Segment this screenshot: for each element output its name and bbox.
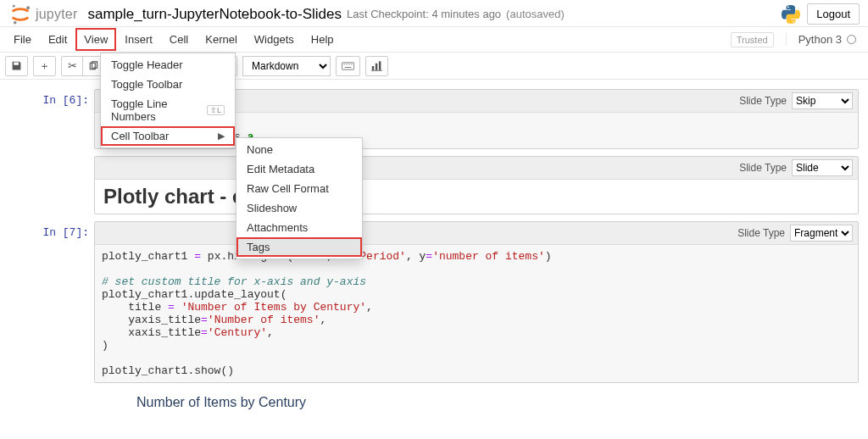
slide-type-label: Slide Type [739, 162, 787, 174]
submenu-none[interactable]: None [236, 140, 362, 159]
slide-type-select[interactable]: Fragment [790, 225, 853, 242]
menu-kernel[interactable]: Kernel [197, 28, 246, 51]
markdown-heading: Plotly chart - ex [103, 185, 849, 208]
menu-toggle-line-numbers[interactable]: Toggle Line Numbers ⇧L [101, 94, 235, 126]
svg-rect-13 [372, 66, 374, 70]
chart-button[interactable] [365, 56, 388, 76]
menu-help[interactable]: Help [303, 28, 342, 51]
menu-view[interactable]: View [75, 28, 116, 51]
svg-rect-14 [376, 63, 377, 69]
menu-toggle-toolbar[interactable]: Toggle Toolbar [101, 75, 235, 94]
submenu-edit-metadata[interactable]: Edit Metadata [236, 159, 362, 179]
input-area[interactable]: Slide Type Fragment plotly_chart1 = px.h… [94, 221, 859, 383]
svg-point-0 [13, 4, 15, 7]
cut-icon: ✂ [68, 59, 77, 72]
menubar: File Edit View Insert Cell Kernel Widget… [0, 27, 868, 53]
plus-icon: ＋ [39, 58, 50, 74]
code-editor[interactable]: plotly_chart1 = px.histogram(data2, x='P… [95, 245, 858, 382]
header: jupyter sample_turn-JupyterNotebook-to-S… [0, 0, 868, 27]
save-icon [11, 60, 22, 71]
submenu-tags[interactable]: Tags [236, 237, 362, 257]
notebook-title[interactable]: sample_turn-JupyterNotebook-to-Slides [87, 6, 342, 23]
cell-type-select[interactable]: Markdown [242, 56, 331, 76]
menu-cell-toolbar[interactable]: Cell Toolbar ▶ [101, 126, 235, 146]
kernel-status-icon [847, 35, 856, 44]
rendered-markdown: Plotly chart - ex [95, 180, 858, 214]
command-palette-button[interactable] [336, 56, 360, 76]
python-icon [782, 5, 800, 24]
bar-chart-icon [371, 61, 382, 71]
menu-cell[interactable]: Cell [161, 28, 197, 51]
slide-type-select[interactable]: Skip [792, 92, 853, 109]
svg-rect-15 [379, 61, 381, 70]
logo-text: jupyter [36, 7, 77, 22]
submenu-arrow-icon: ▶ [218, 131, 225, 142]
submenu-raw-cell-format[interactable]: Raw Cell Format [236, 179, 362, 198]
input-prompt: In [6]: [1, 89, 94, 149]
svg-point-1 [26, 6, 30, 9]
submenu-attachments[interactable]: Attachments [236, 218, 362, 237]
slide-type-select[interactable]: Slide [792, 159, 853, 176]
logout-button[interactable]: Logout [807, 3, 860, 25]
copy-icon [88, 61, 98, 71]
menu-file[interactable]: File [5, 28, 40, 51]
submenu-slideshow[interactable]: Slideshow [236, 198, 362, 218]
cut-button[interactable]: ✂ [61, 56, 83, 76]
svg-point-2 [14, 21, 17, 25]
keyboard-icon [342, 62, 354, 70]
menu-insert[interactable]: Insert [116, 28, 161, 51]
autosaved-text: (autosaved) [506, 8, 565, 20]
input-prompt [1, 156, 94, 214]
kernel-indicator[interactable]: Python 3 [786, 33, 856, 46]
trusted-indicator[interactable]: Trusted [731, 32, 774, 47]
save-button[interactable] [5, 56, 28, 76]
kernel-name-label: Python 3 [798, 33, 842, 46]
slide-type-label: Slide Type [737, 227, 785, 239]
menu-widgets[interactable]: Widgets [246, 28, 303, 51]
cell-output: Number of Items by Century [94, 383, 859, 410]
menu-toggle-header[interactable]: Toggle Header [101, 55, 235, 75]
jupyter-icon [8, 3, 32, 26]
slide-type-label: Slide Type [739, 95, 787, 107]
cell-toolbar: Slide Type Slide [95, 157, 858, 180]
input-prompt: In [7]: [1, 221, 94, 410]
input-area[interactable]: Slide Type Slide Plotly chart - ex [94, 156, 859, 214]
markdown-cell[interactable]: Slide Type Slide Plotly chart - ex [0, 155, 868, 215]
jupyter-logo[interactable]: jupyter [8, 3, 77, 26]
add-cell-button[interactable]: ＋ [33, 56, 56, 76]
menu-edit[interactable]: Edit [40, 28, 75, 51]
view-dropdown: Toggle Header Toggle Toolbar Toggle Line… [100, 53, 236, 148]
shortcut-badge: ⇧L [207, 105, 225, 115]
cell-toolbar: Slide Type Fragment [95, 222, 858, 245]
plot-title: Number of Items by Century [136, 395, 850, 410]
svg-rect-7 [342, 62, 353, 69]
cell-toolbar-submenu: None Edit Metadata Raw Cell Format Slide… [236, 137, 363, 259]
checkpoint-text: Last Checkpoint: 4 minutes ago [347, 8, 501, 20]
code-cell[interactable]: In [7]: Slide Type Fragment plotly_chart… [0, 220, 868, 411]
